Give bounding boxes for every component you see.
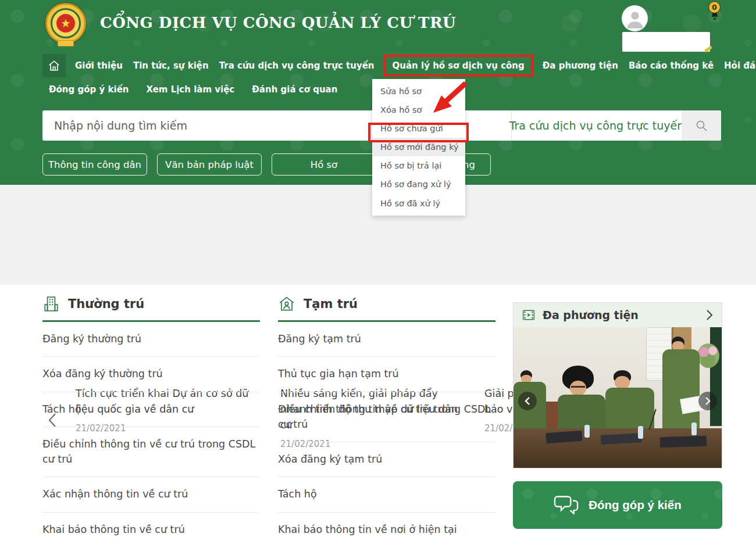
dropdown-item[interactable]: Hồ sơ đã xử lý bbox=[372, 194, 465, 213]
photo-laptop bbox=[660, 436, 707, 448]
multimedia-header: Đa phương tiện bbox=[513, 303, 722, 327]
secondary-nav: Đóng góp ý kiến Xem Lịch làm việc Đánh g… bbox=[48, 80, 338, 99]
nav-danh-gia-co-quan[interactable]: Đánh giá cơ quan bbox=[251, 80, 338, 99]
filter-thong-tin-cong-dan[interactable]: Thông tin công dân bbox=[42, 153, 147, 176]
photo-bottle bbox=[584, 425, 590, 438]
section-thuong-tru: Thường trú Đăng ký thường trú Xóa đăng k… bbox=[42, 295, 260, 537]
photo-officer-seated bbox=[558, 395, 605, 431]
photo-bottle bbox=[638, 426, 643, 439]
service-link[interactable]: Xác nhận thông tin về cư trú bbox=[42, 477, 260, 512]
nav-hoi-dap[interactable]: Hỏi đáp bbox=[723, 56, 756, 76]
service-link[interactable]: Đăng ký tạm trú bbox=[278, 322, 495, 357]
search-category-select[interactable]: Tra cứu dịch vụ công trực tuyến bbox=[512, 110, 682, 141]
emblem-center: ★ bbox=[56, 14, 75, 33]
service-link[interactable]: Xóa đăng ký tạm trú bbox=[278, 442, 495, 477]
search-button[interactable] bbox=[682, 110, 721, 141]
multimedia-photo bbox=[513, 327, 722, 468]
service-link[interactable]: Khai báo thông tin về cư trú bbox=[42, 513, 260, 537]
username-field[interactable] bbox=[622, 32, 710, 52]
notification-badge: 0 bbox=[708, 1, 721, 13]
photo-prev-button[interactable] bbox=[518, 392, 537, 410]
chat-bubbles-icon bbox=[554, 493, 579, 517]
edit-pencil-icon bbox=[704, 45, 712, 52]
chevron-right-icon[interactable] bbox=[705, 309, 714, 321]
service-link[interactable]: Thủ tục gia hạn tạm trú bbox=[278, 357, 495, 392]
multimedia-title: Đa phương tiện bbox=[543, 309, 698, 321]
emblem-banner bbox=[58, 40, 74, 46]
feedback-button[interactable]: Đóng góp ý kiến bbox=[513, 481, 722, 529]
photo-officer-face bbox=[615, 376, 630, 389]
service-link[interactable]: Khai báo thông tin về nơi ở hiện tại bbox=[278, 513, 495, 537]
nav-gioi-thieu[interactable]: Giới thiệu bbox=[74, 56, 124, 76]
section-header: Thường trú bbox=[42, 295, 260, 322]
service-list: Đăng ký tạm trú Thủ tục gia hạn tạm trú … bbox=[278, 322, 495, 537]
nav-dong-gop-y-kien[interactable]: Đóng góp ý kiến bbox=[48, 80, 130, 99]
star-icon: ★ bbox=[60, 17, 71, 29]
search-icon bbox=[694, 119, 708, 133]
photo-bottle bbox=[691, 423, 697, 435]
house-person-icon bbox=[278, 295, 295, 313]
nav-xem-lich-lam-viec[interactable]: Xem Lịch làm việc bbox=[145, 80, 236, 99]
service-link[interactable]: Đăng ký thường trú bbox=[42, 322, 260, 357]
photo-glasses bbox=[571, 386, 585, 388]
nav-tin-tuc[interactable]: Tin tức, sự kiện bbox=[132, 56, 210, 76]
dropdown-item[interactable]: Sửa hồ sơ bbox=[372, 82, 465, 101]
photo-officer-standing bbox=[662, 349, 700, 431]
avatar[interactable] bbox=[622, 5, 648, 31]
service-list: Đăng ký thường trú Xóa đăng ký thường tr… bbox=[42, 322, 260, 537]
photo-next-button[interactable] bbox=[698, 392, 717, 410]
photo-flowers bbox=[697, 343, 719, 368]
user-icon bbox=[623, 7, 647, 30]
section-header: Tạm trú bbox=[278, 295, 495, 322]
filter-ho-so[interactable]: Hồ sơ bbox=[272, 153, 376, 176]
ho-so-dropdown-menu: Sửa hồ sơ Xóa hồ sơ Hồ sơ chưa gửi Hồ sơ… bbox=[372, 79, 465, 216]
dropdown-item[interactable]: Xóa hồ sơ bbox=[372, 101, 465, 119]
photo-officer-seated bbox=[605, 388, 654, 429]
building-icon bbox=[42, 295, 60, 313]
main-nav: Giới thiệu Tin tức, sự kiện Tra cứu dịch… bbox=[42, 54, 756, 77]
nav-da-phuong-tien[interactable]: Đa phương tiện bbox=[541, 56, 619, 76]
section-title: Tạm trú bbox=[304, 297, 358, 311]
multimedia-panel: Đa phương tiện bbox=[513, 302, 722, 468]
section-tam-tru: Tạm trú Đăng ký tạm trú Thủ tục gia hạn … bbox=[278, 295, 495, 537]
nav-bao-cao-thong-ke[interactable]: Báo cáo thống kê bbox=[627, 56, 715, 76]
dropdown-item-highlighted[interactable]: Hồ sơ mới đăng ký bbox=[372, 138, 465, 156]
home-button[interactable] bbox=[42, 54, 66, 77]
dropdown-item[interactable]: Hồ sơ đang xử lý bbox=[372, 175, 465, 194]
photo-officer-face bbox=[570, 381, 586, 396]
section-title: Thường trú bbox=[68, 297, 144, 311]
filter-van-ban-phap-luat[interactable]: Văn bản pháp luật bbox=[157, 153, 262, 176]
service-link[interactable]: Xóa đăng ký thường trú bbox=[42, 357, 260, 392]
dropdown-item[interactable]: Hồ sơ chưa gửi bbox=[372, 119, 465, 138]
nav-tra-cuu[interactable]: Tra cứu dịch vụ công trực tuyến bbox=[218, 56, 376, 76]
service-link[interactable]: Tách hộ bbox=[42, 392, 260, 427]
dropdown-item[interactable]: Hồ sơ bị trả lại bbox=[372, 156, 465, 175]
page: ★ CỔNG DỊCH VỤ CÔNG QUẢN LÝ CƯ TRÚ 0 bbox=[0, 0, 756, 537]
notification-bell[interactable]: 0 bbox=[706, 1, 723, 30]
photo-curtain bbox=[710, 327, 722, 426]
page-title: CỔNG DỊCH VỤ CÔNG QUẢN LÝ CƯ TRÚ bbox=[100, 14, 456, 31]
home-icon bbox=[48, 59, 60, 72]
police-emblem-logo: ★ bbox=[41, 3, 92, 48]
service-link[interactable]: Tách hộ bbox=[278, 477, 495, 512]
film-icon bbox=[522, 308, 536, 322]
feedback-label: Đóng góp ý kiến bbox=[589, 498, 681, 512]
nav-quan-ly-ho-so[interactable]: Quản lý hồ sơ dịch vụ công bbox=[384, 55, 533, 77]
service-link[interactable]: Điều chỉnh thông tin về cư trú trong CSD… bbox=[42, 427, 260, 478]
service-link[interactable]: Điều chỉnh thông tin về cư trú trong CSD… bbox=[278, 392, 495, 443]
